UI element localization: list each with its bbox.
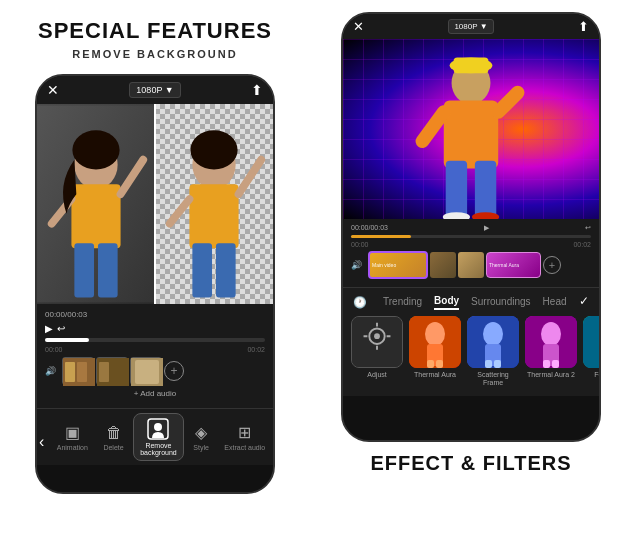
right-timeline-bar [351, 235, 591, 238]
effects-panel: 🕐 Trending Body Surroundings Head ✓ [343, 287, 599, 396]
image-after [155, 104, 273, 304]
svg-point-42 [425, 322, 445, 346]
svg-rect-28 [446, 161, 467, 217]
timeline-time: 00:00/00:03 [45, 310, 265, 319]
right-close-icon[interactable]: ✕ [353, 19, 364, 34]
add-audio-button[interactable]: + Add audio [45, 389, 265, 398]
delete-label: Delete [103, 444, 123, 451]
thermal2-label: Thermal Aura 2 [527, 371, 575, 379]
right-time-display: 00:00/00:03 [351, 224, 388, 232]
time-markers: 00:00 00:02 [45, 346, 265, 353]
tab-surroundings[interactable]: Surroundings [471, 296, 530, 309]
upload-icon[interactable]: ⬆ [251, 82, 263, 98]
svg-rect-16 [65, 362, 75, 382]
add-clip-button[interactable]: + [164, 361, 184, 381]
clip-sm-2[interactable] [458, 252, 484, 278]
clip-thumb-1[interactable] [62, 357, 94, 385]
clip-thumb-3[interactable] [130, 357, 162, 385]
right-time-markers: 00:00 00:02 [351, 241, 591, 248]
video-person-svg [411, 44, 531, 219]
svg-rect-29 [475, 161, 496, 217]
effect-item-thermal[interactable]: Thermal Aura [409, 316, 461, 388]
effect-item-adjust[interactable]: Adjust [351, 316, 403, 388]
effect-item-scattering[interactable]: Scattering Frame [467, 316, 519, 388]
thermal-svg [409, 316, 461, 368]
effect-item-thermal2[interactable]: Thermal Aura 2 [525, 316, 577, 388]
svg-rect-17 [77, 362, 87, 382]
tab-more[interactable]: ✓ [579, 294, 589, 310]
before-after-area: Before After [37, 104, 273, 304]
add-clip-btn-right[interactable]: + [543, 256, 561, 274]
toolbar-item-animation[interactable]: ▣ Animation [51, 419, 94, 455]
right-quality-badge[interactable]: 1080P ▼ [448, 19, 493, 34]
right-marker-end: 00:02 [573, 241, 591, 248]
thermal-clip-label: Thermal Aura [489, 262, 519, 268]
svg-rect-11 [216, 243, 236, 297]
clip-strip: 🔊 + [45, 357, 265, 385]
effect-item-fembot[interactable]: Fembot 1 [583, 316, 599, 388]
right-timeline-progress [351, 235, 411, 238]
svg-line-13 [170, 199, 190, 224]
mute-button[interactable]: 🔊 [45, 366, 56, 376]
scattering-label: Scattering Frame [467, 371, 519, 388]
right-section: ✕ 1080P ▼ ⬆ [310, 0, 632, 560]
svg-rect-45 [436, 360, 443, 368]
svg-point-7 [72, 130, 119, 169]
svg-rect-19 [99, 362, 109, 382]
quality-badge[interactable]: 1080P ▼ [129, 82, 180, 98]
timeline-controls: ▶ ↩ [45, 323, 265, 334]
timeline-bar [45, 338, 265, 342]
style-icon: ◈ [195, 423, 207, 442]
right-upload-icon[interactable]: ⬆ [578, 19, 589, 34]
svg-rect-49 [485, 360, 492, 368]
effect-filters-title: EFFECT & FILTERS [370, 452, 571, 475]
video-area [343, 39, 599, 219]
undo-button[interactable]: ↩ [57, 323, 65, 334]
effect-thumb-fembot [583, 316, 599, 368]
thermal2-svg [525, 316, 577, 368]
thermal-label: Thermal Aura [414, 371, 456, 379]
toolbar-item-remove-bg[interactable]: Removebackground [133, 413, 184, 461]
toolbar-item-style[interactable]: ◈ Style [187, 419, 215, 455]
right-play-btn[interactable]: ▶ [484, 224, 489, 232]
image-before [37, 104, 155, 304]
effect-thumb-thermal2 [525, 316, 577, 368]
left-timeline: 00:00/00:03 ▶ ↩ 00:00 00:02 🔊 [37, 304, 273, 408]
adjust-label: Adjust [367, 371, 386, 379]
right-time-row: 00:00/00:03 ▶ ↩ [351, 224, 591, 232]
effects-grid: Adjust Therma [343, 316, 599, 396]
animation-label: Animation [57, 444, 88, 451]
effect-thumb-thermal [409, 316, 461, 368]
close-icon[interactable]: ✕ [47, 82, 59, 98]
animation-icon: ▣ [65, 423, 80, 442]
thermal-clip[interactable]: Thermal Aura [486, 252, 541, 278]
svg-rect-54 [543, 360, 550, 368]
play-button[interactable]: ▶ [45, 323, 53, 334]
main-clip[interactable]: Main video [368, 251, 428, 279]
clip-sm-1[interactable] [430, 252, 456, 278]
right-undo-btn[interactable]: ↩ [585, 224, 591, 232]
clip-thumb-2[interactable] [96, 357, 128, 385]
fembot-label: Fembot 1 [594, 371, 599, 379]
tab-trending[interactable]: Trending [383, 296, 422, 309]
tab-head[interactable]: Head [543, 296, 567, 309]
remove-bg-icon [147, 418, 169, 440]
svg-rect-21 [135, 360, 159, 384]
remove-bg-subtitle: REMOVE BACKGROUND [72, 48, 237, 60]
nav-arrow-left[interactable]: ‹ [39, 433, 44, 451]
person-after-svg [155, 104, 273, 304]
scattering-svg [467, 316, 519, 368]
toolbar-item-delete[interactable]: 🗑 Delete [97, 420, 129, 455]
person-before-svg [37, 104, 155, 304]
svg-rect-56 [583, 316, 599, 368]
left-bottom-toolbar: ‹ ▣ Animation 🗑 Delete [37, 408, 273, 465]
svg-rect-26 [454, 58, 489, 74]
toolbar-item-extract[interactable]: ⊞ Extract audio [218, 419, 271, 455]
effect-thumb-adjust [351, 316, 403, 368]
tab-body[interactable]: Body [434, 295, 459, 310]
style-label: Style [193, 444, 209, 451]
right-mute-button[interactable]: 🔊 [351, 260, 362, 270]
history-icon[interactable]: 🕐 [353, 296, 367, 309]
extract-audio-icon: ⊞ [238, 423, 251, 442]
left-topbar: ✕ 1080P ▼ ⬆ [37, 76, 273, 104]
